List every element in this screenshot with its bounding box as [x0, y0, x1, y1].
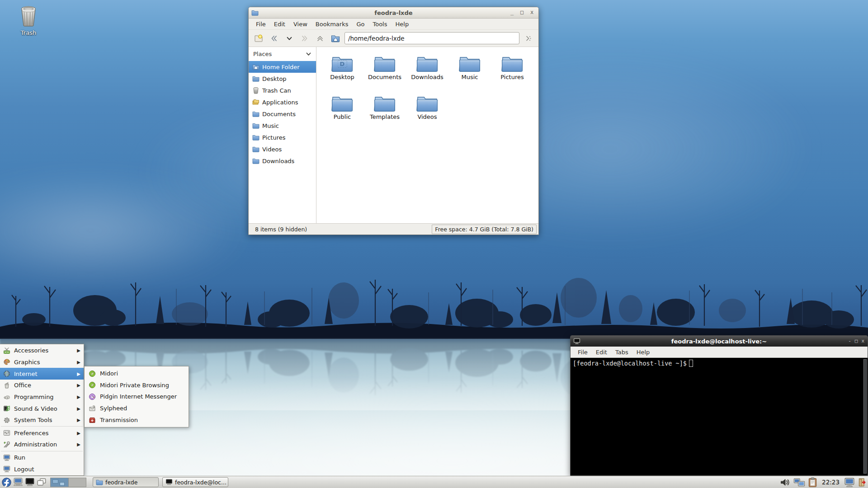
screensaver-monitor-icon[interactable] [844, 478, 855, 487]
folder-icon [252, 110, 259, 117]
desktop-trash-icon[interactable]: Trash [11, 5, 46, 36]
clipboard-icon[interactable] [808, 477, 817, 488]
menu-item-graphics[interactable]: Graphics▶ [0, 357, 84, 368]
trash-label: Trash [11, 29, 46, 36]
terminal-scrollbar[interactable] [863, 359, 867, 474]
fm-menubar: File Edit View Bookmarks Go Tools Help [249, 19, 538, 30]
menu-item-administration[interactable]: Administration▶ [0, 439, 84, 450]
menu-bookmarks[interactable]: Bookmarks [312, 19, 352, 29]
maximize-button[interactable]: □ [855, 339, 858, 343]
sidebar-item-trash-can[interactable]: Trash Can [249, 84, 316, 96]
folder-item-templates[interactable]: Templates [363, 92, 406, 132]
fm-titlebar[interactable]: feodra-lxde _ □ x [249, 7, 538, 19]
menu-item-preferences[interactable]: Preferences▶ [0, 427, 84, 439]
menu-item-internet[interactable]: Internet▶ [0, 368, 84, 380]
sidebar-item-documents[interactable]: Documents [249, 108, 316, 120]
office-icon [3, 382, 10, 389]
folder-icon [252, 145, 259, 153]
workspace-pager[interactable] [50, 478, 86, 487]
minimize-button[interactable]: _ [509, 10, 515, 16]
new-tab-button[interactable] [252, 32, 265, 45]
submenu-arrow-icon: ▶ [77, 360, 80, 365]
logout-door-icon[interactable] [858, 478, 867, 487]
start-menu-button[interactable] [0, 477, 12, 488]
menu-file[interactable]: File [574, 347, 591, 357]
menu-tabs[interactable]: Tabs [612, 347, 632, 357]
sidebar-item-home-folder[interactable]: Home Folder [249, 61, 316, 73]
sidebar-item-pictures[interactable]: Pictures [249, 131, 316, 143]
system-tray: 22:23 [780, 477, 868, 488]
task-button-file-manager[interactable]: feodra-lxde [93, 477, 159, 487]
folder-item-public[interactable]: Public [321, 92, 363, 132]
items-count: 8 items (9 hidden) [255, 226, 307, 233]
folder-item-pictures[interactable]: Pictures [491, 52, 533, 92]
folder-icon [374, 54, 396, 72]
submenu-arrow-icon: ▶ [77, 442, 80, 447]
menu-item-office[interactable]: Office▶ [0, 380, 84, 391]
sidebar-item-applications[interactable]: Applications [249, 96, 316, 108]
folder-item-desktop[interactable]: D Desktop [321, 52, 363, 92]
workspace-2[interactable] [68, 478, 86, 487]
menu-item-accessories[interactable]: Accessories▶ [0, 345, 84, 357]
minimize-button[interactable]: - [848, 339, 851, 343]
folder-item-music[interactable]: Music [448, 52, 491, 92]
submenu-item-transmission[interactable]: Transmission [85, 414, 189, 426]
home-button[interactable] [329, 32, 342, 45]
sidebar-item-desktop[interactable]: Desktop [249, 73, 316, 84]
close-button[interactable]: x [861, 339, 864, 343]
iconify-all-windows-button[interactable] [36, 477, 47, 488]
pidgin-icon [89, 393, 96, 400]
clock[interactable]: 22:23 [820, 479, 841, 486]
submenu-arrow-icon: ▶ [77, 383, 80, 388]
folder-item-videos[interactable]: Videos [406, 92, 448, 132]
terminal-content[interactable]: [feodra-lxde@localhost-live ~]$ [571, 358, 868, 475]
path-input[interactable]: /home/feodra-lxde [344, 32, 519, 44]
menu-go[interactable]: Go [353, 19, 368, 29]
menu-file[interactable]: File [252, 19, 269, 29]
submenu-item-pidgin[interactable]: Pidgin Internet Messenger [85, 391, 189, 403]
menu-item-sound-video[interactable]: Sound & Video▶ [0, 403, 84, 414]
forward-button[interactable] [298, 32, 311, 45]
menu-edit[interactable]: Edit [270, 19, 289, 29]
applications-icon [252, 99, 259, 106]
jump-to-button[interactable] [522, 32, 535, 45]
system-tools-icon [3, 417, 10, 424]
submenu-item-sylpheed[interactable]: Sylpheed [85, 403, 189, 414]
workspace-1[interactable] [51, 478, 68, 487]
places-header[interactable]: Places [249, 47, 316, 61]
sidebar-item-downloads[interactable]: Downloads [249, 155, 316, 167]
places-sidebar: Places Home Folder Desktop Trash Can App… [249, 47, 316, 223]
fm-statusbar: 8 items (9 hidden) Free space: 4.7 GiB (… [249, 223, 538, 235]
submenu-item-midori[interactable]: Midori [85, 368, 189, 380]
menu-view[interactable]: View [290, 19, 311, 29]
terminal-titlebar[interactable]: feodra-lxde@localhost-live:~ - □ x [571, 336, 868, 347]
terminal-launcher[interactable] [24, 477, 36, 488]
volume-icon[interactable] [780, 478, 791, 487]
file-view[interactable]: D Desktop Documents Downloads Music [316, 47, 538, 223]
menu-help[interactable]: Help [392, 19, 413, 29]
menu-item-programming[interactable]: Programming▶ [0, 391, 84, 403]
menu-edit[interactable]: Edit [592, 347, 611, 357]
programming-icon [3, 393, 10, 400]
menu-tools[interactable]: Tools [369, 19, 391, 29]
desktop-badge: D [338, 60, 347, 68]
network-icon[interactable] [793, 478, 805, 487]
folder-item-downloads[interactable]: Downloads [406, 52, 448, 92]
close-button[interactable]: x [529, 10, 535, 16]
sidebar-item-videos[interactable]: Videos [249, 143, 316, 155]
menu-help[interactable]: Help [633, 347, 654, 357]
sidebar-item-music[interactable]: Music [249, 120, 316, 131]
submenu-item-midori-private[interactable]: Midori Private Browsing [85, 380, 189, 391]
task-button-terminal[interactable]: feodra-lxde@loc... [162, 477, 228, 487]
history-dropdown-button[interactable] [283, 32, 296, 45]
menu-item-run[interactable]: Run [0, 452, 84, 464]
folder-item-documents[interactable]: Documents [363, 52, 406, 92]
maximize-button[interactable]: □ [519, 10, 525, 16]
menu-item-system-tools[interactable]: System Tools▶ [0, 414, 84, 426]
run-icon [3, 454, 10, 461]
folder-icon [252, 134, 259, 141]
back-button[interactable] [268, 32, 280, 45]
up-button[interactable] [314, 32, 326, 45]
menu-item-logout[interactable]: Logout [0, 463, 84, 475]
file-manager-launcher[interactable] [12, 477, 24, 488]
